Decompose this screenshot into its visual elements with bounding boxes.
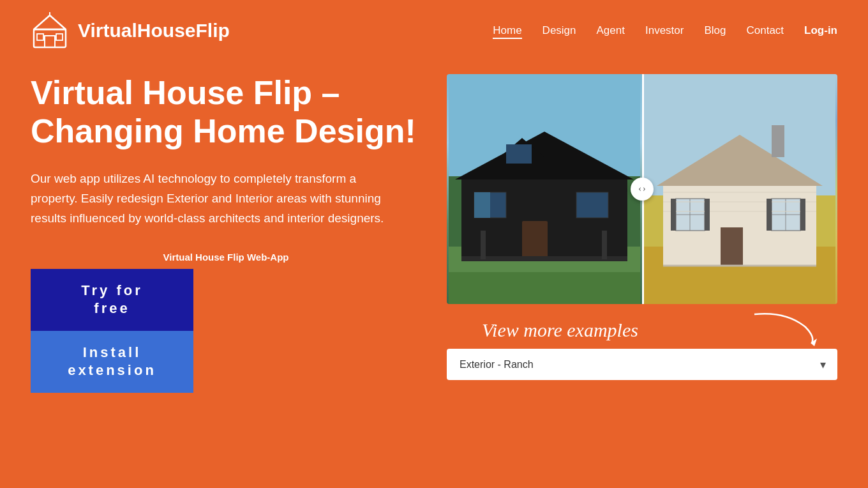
nav-contact[interactable]: Contact [746, 24, 784, 36]
nav-design[interactable]: Design [542, 24, 576, 36]
house-after-svg [447, 74, 642, 304]
install-extension-button[interactable]: Installextension [31, 331, 193, 393]
svg-rect-20 [506, 144, 532, 164]
brand-name: VirtualHouseFlip [78, 20, 230, 42]
style-dropdown-row: Exterior - Ranch Exterior - Modern Exter… [447, 349, 837, 380]
hero-section: Virtual House Flip –Changing Home Design… [31, 74, 421, 393]
svg-rect-4 [56, 34, 63, 40]
try-free-button[interactable]: Try forfree [31, 269, 193, 331]
cta-buttons: Try forfree Installextension [31, 269, 193, 393]
svg-rect-14 [522, 221, 548, 259]
house-before-svg [642, 74, 837, 304]
svg-marker-1 [34, 15, 66, 29]
svg-rect-16 [481, 231, 486, 259]
hero-title: Virtual House Flip –Changing Home Design… [31, 74, 421, 151]
svg-rect-33 [721, 227, 743, 266]
svg-rect-2 [45, 36, 55, 47]
slider-left-arrow: ‹ [638, 184, 641, 194]
nav-home[interactable]: Home [493, 24, 521, 39]
svg-rect-26 [772, 125, 784, 157]
nav-blog[interactable]: Blog [704, 24, 726, 36]
svg-rect-18 [449, 272, 640, 304]
svg-marker-42 [811, 339, 817, 346]
house-after [447, 74, 642, 304]
main-content: Virtual House Flip –Changing Home Design… [0, 61, 868, 418]
svg-rect-3 [37, 34, 43, 40]
dropdown-wrapper: Exterior - Ranch Exterior - Modern Exter… [447, 349, 837, 380]
svg-rect-13 [576, 192, 608, 218]
nav-agent[interactable]: Agent [597, 24, 625, 36]
svg-rect-38 [671, 199, 676, 231]
nav-links: Home Design Agent Investor Blog Contact … [493, 24, 837, 37]
hero-description: Our web app utilizes AI technology to co… [31, 169, 401, 229]
slider-right-arrow: › [643, 184, 646, 194]
image-comparison: ‹ › [447, 74, 837, 304]
svg-rect-40 [767, 199, 772, 231]
nav-login[interactable]: Log-in [804, 24, 837, 36]
view-more-section: View more examples [447, 314, 837, 341]
comparison-slider[interactable]: ‹ › [631, 178, 654, 201]
svg-rect-17 [602, 231, 607, 259]
slider-arrows: ‹ › [638, 184, 645, 194]
view-more-text[interactable]: View more examples [482, 319, 638, 341]
logo[interactable]: VirtualHouseFlip [31, 11, 230, 50]
nav-investor[interactable]: Investor [645, 24, 684, 36]
style-select[interactable]: Exterior - Ranch Exterior - Modern Exter… [447, 349, 837, 380]
webapp-label: Virtual House Flip Web-App [31, 252, 421, 263]
svg-rect-39 [705, 199, 710, 231]
svg-rect-41 [800, 199, 805, 231]
arrow-icon [748, 308, 825, 346]
navigation: VirtualHouseFlip Home Design Agent Inves… [0, 0, 868, 61]
right-section: ‹ › View more examples Exterior - Ranch [447, 74, 837, 380]
svg-rect-12 [474, 192, 490, 218]
logo-icon [31, 11, 69, 50]
house-before [642, 74, 837, 304]
svg-rect-0 [34, 29, 66, 47]
